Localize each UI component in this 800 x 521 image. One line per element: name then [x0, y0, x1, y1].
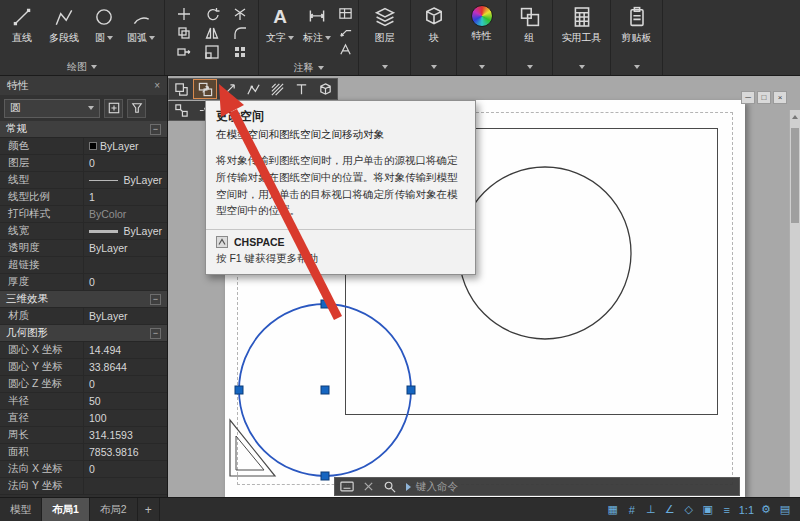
dimension-button[interactable]: 标注: [298, 2, 336, 61]
object-type-select[interactable]: 圆: [4, 99, 100, 118]
command-line[interactable]: 键入命令: [334, 477, 740, 496]
property-value[interactable]: 33.8644: [84, 359, 167, 375]
group-button[interactable]: 组: [516, 2, 544, 58]
layers-button[interactable]: 图层: [371, 2, 399, 58]
property-row-plotstyle[interactable]: 打印样式 ByColor: [0, 206, 167, 223]
grip-right[interactable]: [407, 386, 415, 394]
property-value[interactable]: 14.494: [84, 342, 167, 358]
property-value[interactable]: 314.1593: [84, 427, 167, 443]
grip-top[interactable]: [321, 300, 329, 308]
property-value[interactable]: ByLayer: [84, 240, 167, 256]
clipboard-button[interactable]: 剪贴板: [620, 2, 654, 58]
property-row-radius[interactable]: 半径 50: [0, 393, 167, 410]
trim-button[interactable]: [226, 5, 253, 23]
copy-button[interactable]: [170, 24, 197, 42]
restore-icon[interactable]: □: [757, 91, 771, 104]
property-row-diameter[interactable]: 直径 100: [0, 410, 167, 427]
grid-display-icon[interactable]: #: [623, 500, 641, 520]
vertical-scrollbar[interactable]: [789, 110, 800, 497]
property-row-center-x[interactable]: 圆心 X 坐标 14.494: [0, 342, 167, 359]
property-value[interactable]: 0: [84, 155, 167, 171]
draw-order-button[interactable]: [217, 79, 241, 99]
mirror-button[interactable]: [198, 24, 225, 42]
property-value[interactable]: ByLayer: [84, 223, 167, 239]
utilities-button[interactable]: 实用工具: [560, 2, 604, 58]
close-command-icon[interactable]: [360, 479, 376, 494]
match-properties-button[interactable]: [169, 79, 193, 99]
edit-polyline-button[interactable]: [241, 79, 265, 99]
rotate-button[interactable]: [198, 5, 225, 23]
property-value[interactable]: 100: [84, 410, 167, 426]
quick-select-button[interactable]: [127, 99, 146, 118]
workspace-switching-icon[interactable]: ⚙: [757, 500, 775, 520]
property-value[interactable]: [84, 257, 167, 273]
align-button[interactable]: [169, 101, 193, 120]
property-row-lineweight[interactable]: 线宽 ByLayer: [0, 223, 167, 240]
text-button[interactable]: A 文字: [262, 2, 298, 61]
property-row-center-y[interactable]: 圆心 Y 坐标 33.8644: [0, 359, 167, 376]
edit-hatch-button[interactable]: [265, 79, 289, 99]
property-row-center-z[interactable]: 圆心 Z 坐标 0: [0, 376, 167, 393]
edit-block-button[interactable]: [313, 79, 337, 99]
block-panel-collapse[interactable]: [411, 58, 456, 75]
lineweight-display-icon[interactable]: ≡: [718, 500, 736, 520]
drafting-triangle[interactable]: [230, 420, 275, 476]
recent-commands-button[interactable]: [381, 479, 397, 494]
stretch-button[interactable]: [170, 43, 197, 61]
property-value[interactable]: ByLayer: [84, 308, 167, 324]
close-icon[interactable]: ×: [773, 91, 787, 104]
property-value[interactable]: ByLayer: [84, 172, 167, 188]
viewport-circle[interactable]: [459, 167, 631, 339]
section-header-3d[interactable]: 三维效果 −: [0, 291, 167, 308]
polyline-button[interactable]: 多段线: [41, 2, 87, 58]
command-input[interactable]: 键入命令: [416, 480, 458, 494]
grip-bottom[interactable]: [321, 472, 329, 480]
annotation-scale-icon[interactable]: 1:1: [737, 500, 756, 520]
edit-text-button[interactable]: [289, 79, 313, 99]
arc-button[interactable]: 圆弧: [121, 2, 161, 58]
table-button[interactable]: [338, 6, 353, 21]
draw-panel-title[interactable]: 绘图: [0, 58, 164, 75]
section-header-general[interactable]: 常规 −: [0, 121, 167, 138]
tab-layout2[interactable]: 布局2: [90, 498, 138, 521]
property-row-linetype[interactable]: 线型 ByLayer: [0, 172, 167, 189]
property-value[interactable]: ByLayer: [84, 138, 167, 154]
object-snap-icon[interactable]: ▣: [699, 500, 717, 520]
properties-panel-collapse[interactable]: [457, 58, 506, 75]
property-value[interactable]: 7853.9816: [84, 444, 167, 460]
property-row-color[interactable]: 颜色 ByLayer: [0, 138, 167, 155]
polar-tracking-icon[interactable]: ∠: [661, 500, 679, 520]
scale-button[interactable]: [198, 43, 225, 61]
fillet-button[interactable]: [226, 24, 253, 42]
palette-titlebar[interactable]: 特性 ×: [0, 76, 167, 95]
leader-button[interactable]: [338, 24, 353, 39]
clipboard-panel-collapse[interactable]: [611, 58, 662, 75]
collapse-icon[interactable]: −: [150, 294, 161, 305]
property-row-transparency[interactable]: 透明度 ByLayer: [0, 240, 167, 257]
property-value[interactable]: 0: [84, 274, 167, 290]
collapse-icon[interactable]: −: [150, 328, 161, 339]
property-row-material[interactable]: 材质 ByLayer: [0, 308, 167, 325]
scrollbar-thumb[interactable]: [791, 128, 799, 223]
property-value[interactable]: 50: [84, 393, 167, 409]
scroll-up-icon[interactable]: [791, 112, 799, 122]
property-row-circumference[interactable]: 周长 314.1593: [0, 427, 167, 444]
tab-layout1[interactable]: 布局1: [42, 498, 90, 521]
customize-icon[interactable]: ▤: [776, 500, 794, 520]
property-row-normal-y[interactable]: 法向 Y 坐标: [0, 478, 167, 495]
circle-button[interactable]: 圆: [87, 2, 121, 58]
toggle-pickadd-button[interactable]: [104, 99, 123, 118]
move-button[interactable]: [170, 5, 197, 23]
property-row-layer[interactable]: 图层 0: [0, 155, 167, 172]
property-value[interactable]: [84, 478, 167, 494]
utilities-panel-collapse[interactable]: [553, 58, 610, 75]
properties-button[interactable]: 特性: [469, 2, 495, 58]
ortho-mode-icon[interactable]: ⊥: [642, 500, 660, 520]
property-value[interactable]: 0: [84, 376, 167, 392]
property-row-hyperlink[interactable]: 超链接: [0, 257, 167, 274]
isodraft-icon[interactable]: ◇: [680, 500, 698, 520]
minimize-icon[interactable]: ─: [741, 91, 755, 104]
snap-grid-icon[interactable]: ▦: [604, 500, 622, 520]
collapse-icon[interactable]: −: [150, 124, 161, 135]
annotate-panel-title[interactable]: 注释: [259, 61, 358, 75]
